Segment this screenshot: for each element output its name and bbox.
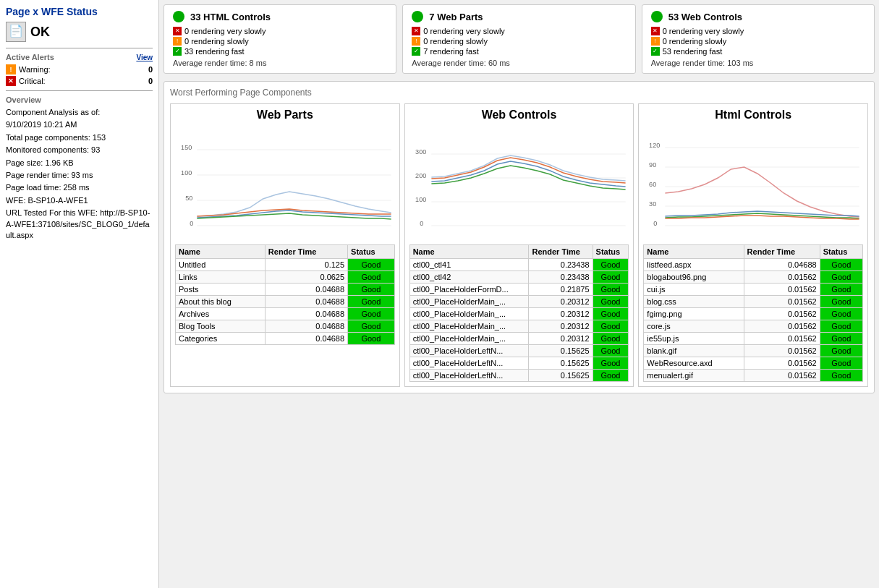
render-cell: 0.01562 <box>744 333 820 345</box>
status-cell: Good <box>348 333 395 345</box>
render-cell: 0.04688 <box>265 284 347 296</box>
table-row: ctl00_PlaceHolderLeftN...0.15625Good <box>409 345 629 357</box>
table-row: About this blog0.04688Good <box>176 296 395 308</box>
name-cell: blogabout96.png <box>644 271 744 284</box>
summary-cards: 33 HTML Controls ✕ 0 rendering very slow… <box>164 4 875 74</box>
status-cell: Good <box>593 357 629 370</box>
render-cell: 0.20312 <box>529 296 593 308</box>
status-ok: OK <box>30 25 50 40</box>
table-row: Blog Tools0.04688Good <box>176 320 395 333</box>
wp-fast: ✓ 7 rendering fast <box>412 47 626 56</box>
svg-text:120: 120 <box>649 142 660 149</box>
table-row: core.js0.01562Good <box>644 320 863 333</box>
web-parts-title: 7 Web Parts <box>429 12 483 22</box>
web-controls-status-icon <box>651 11 663 22</box>
svg-text:100: 100 <box>415 196 426 203</box>
name-cell: listfeed.aspx <box>644 259 744 271</box>
warning-count: 0 <box>148 65 153 74</box>
monitored-components: Monitored components: 93 <box>6 145 153 155</box>
svg-text:30: 30 <box>649 200 656 208</box>
html-controls-column: Html Controls 0 30 60 90 120 <box>638 103 868 387</box>
table-row: blank.gif0.01562Good <box>644 345 863 357</box>
status-cell: Good <box>820 333 862 345</box>
render-cell: 0.01562 <box>744 296 820 308</box>
render-cell: 0.01562 <box>744 271 820 284</box>
name-cell: cui.js <box>644 284 744 296</box>
wc-slow: ! 0 rendering slowly <box>651 37 865 46</box>
web-controls-title: 53 Web Controls <box>668 12 742 22</box>
wc-fast: ✓ 53 rendering fast <box>651 47 865 56</box>
table-row: listfeed.aspx0.04688Good <box>644 259 863 271</box>
table-row: ctl00_PlaceHolderMain_...0.20312Good <box>409 320 629 333</box>
name-cell: core.js <box>644 320 744 333</box>
render-cell: 0.15625 <box>529 370 593 382</box>
status-cell: Good <box>593 370 629 382</box>
render-cell: 0.23438 <box>529 271 593 284</box>
status-cell: Good <box>593 308 629 320</box>
worst-performing-section: Worst Performing Page Components Web Par… <box>164 81 875 393</box>
total-components: Total page components: 153 <box>6 132 153 143</box>
render-cell: 0.04688 <box>265 320 347 333</box>
status-cell: Good <box>820 284 862 296</box>
status-cell: Good <box>348 284 395 296</box>
wc-avg-render: Average render time: 103 ms <box>651 59 865 67</box>
wp-slow-very: ✕ 0 rendering very slowly <box>412 27 626 35</box>
table-row: Categories0.04688Good <box>176 333 395 345</box>
name-cell: Untitled <box>176 259 266 271</box>
warning-row: ! Warning: 0 <box>6 64 153 74</box>
web-controls-col-title: Web Controls <box>409 108 629 122</box>
critical-row: ✕ Critical: 0 <box>6 76 153 86</box>
wp-slow: ! 0 rendering slowly <box>412 37 626 46</box>
hc-col-status: Status <box>820 245 862 259</box>
status-cell: Good <box>820 370 862 382</box>
view-link[interactable]: View <box>136 54 153 61</box>
warn-icon-3: ! <box>651 37 660 46</box>
status-cell: Good <box>593 320 629 333</box>
name-cell: ctl00_PlaceHolderMain_... <box>409 308 529 320</box>
render-cell: 0.20312 <box>529 308 593 320</box>
wp-col-render: Render Time <box>265 245 347 259</box>
html-slow-very: ✕ 0 rendering very slowly <box>173 27 387 35</box>
table-row: blog.css0.01562Good <box>644 296 863 308</box>
web-parts-col-title: Web Parts <box>175 108 395 122</box>
overview-title: Overview <box>6 95 153 104</box>
check-icon-3: ✓ <box>651 47 660 56</box>
html-controls-status-icon <box>173 11 184 22</box>
name-cell: ie55up.js <box>644 333 744 345</box>
status-cell: Good <box>593 333 629 345</box>
hc-col-name: Name <box>644 245 744 259</box>
critical-icon: ✕ <box>6 76 16 86</box>
name-cell: blank.gif <box>644 345 744 357</box>
name-cell: Categories <box>176 333 266 345</box>
render-cell: 0.01562 <box>744 320 820 333</box>
render-cell: 0.01562 <box>744 357 820 370</box>
html-controls-chart: 0 30 60 90 120 <box>643 124 863 240</box>
divider-2 <box>6 90 153 91</box>
render-cell: 0.04688 <box>265 333 347 345</box>
check-icon-2: ✓ <box>412 47 420 56</box>
page-title: Page x WFE Status <box>6 6 153 17</box>
html-controls-header: 33 HTML Controls <box>173 11 387 22</box>
table-row: Posts0.04688Good <box>176 284 395 296</box>
status-cell: Good <box>593 345 629 357</box>
html-controls-table: Name Render Time Status listfeed.aspx0.0… <box>643 244 863 382</box>
page-size: Page size: 1.96 KB <box>6 158 153 169</box>
name-cell: About this blog <box>176 296 266 308</box>
status-cell: Good <box>820 345 862 357</box>
render-cell: 0.01562 <box>744 370 820 382</box>
name-cell: ctl00_ctl41 <box>409 259 529 271</box>
right-panel: 33 HTML Controls ✕ 0 rendering very slow… <box>159 0 879 588</box>
svg-text:60: 60 <box>649 181 656 188</box>
status-cell: Good <box>820 357 862 370</box>
table-row: ctl00_PlaceHolderLeftN...0.15625Good <box>409 357 629 370</box>
table-row: Archives0.04688Good <box>176 308 395 320</box>
render-cell: 0.15625 <box>529 357 593 370</box>
table-row: menualert.gif0.01562Good <box>644 370 863 382</box>
analysis-label: Component Analysis as of: <box>6 107 153 118</box>
name-cell: WebResource.axd <box>644 357 744 370</box>
wc-slow-very: ✕ 0 rendering very slowly <box>651 27 865 35</box>
render-cell: 0.04688 <box>265 308 347 320</box>
name-cell: blog.css <box>644 296 744 308</box>
wp-avg-render: Average render time: 60 ms <box>412 59 626 67</box>
table-row: Untitled0.125Good <box>176 259 395 271</box>
